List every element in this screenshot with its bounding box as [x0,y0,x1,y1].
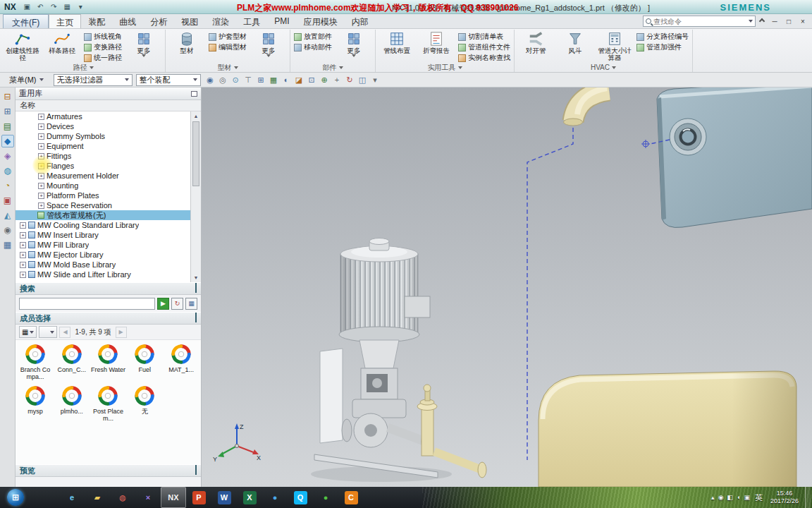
ribbon-group-label-hvac[interactable]: HVAC [517,63,690,72]
member-item[interactable]: Fresh Water [90,343,127,380]
resource-bar-icon[interactable]: ▦ [1,238,14,251]
edit-stock-button[interactable]: 编辑型材 [207,42,248,52]
spline-path-button[interactable]: 样条路径 [43,30,81,55]
qat-icon[interactable]: ▦ [62,1,73,12]
tree-item[interactable]: + MW Insert Library [16,230,190,240]
tree-expander-icon[interactable]: + [38,202,44,209]
tree-column-header[interactable]: 名称 [16,100,201,111]
taskbar-app-icon[interactable]: Q [288,487,313,508]
member-item[interactable]: Conn_C... [54,343,90,380]
member-item[interactable]: MAT_1... [163,343,199,380]
tree-item[interactable]: + Equipment [16,141,190,151]
transform-path-button[interactable]: 变换路径 [82,42,123,52]
tree-item[interactable]: + Armatures [16,111,190,121]
member-item[interactable]: plmho... [54,385,90,422]
branch-path-number-button[interactable]: 分支路径编号 [635,32,690,42]
qat-icon[interactable]: ↶ [35,1,46,12]
ribbon-tab[interactable]: 分析 [143,14,174,28]
taskbar-app-icon[interactable]: P [186,487,211,508]
ribbon-tab[interactable]: 渲染 [205,14,236,28]
taskbar-app-icon[interactable]: ▰ [85,487,110,508]
selection-filter-combo[interactable]: 无选择过滤器 [54,74,133,86]
resource-bar-icon[interactable]: ◭ [1,209,14,222]
tree-item[interactable]: + Space Reservation [16,200,190,210]
tree-expander-icon[interactable]: + [20,262,26,268]
tree-expander-icon[interactable]: + [38,114,44,120]
ribbon-tab[interactable]: 曲线 [112,14,143,28]
ribbon-group-label-path[interactable]: 路径 [4,63,163,72]
minimize-ribbon-icon[interactable] [759,18,765,24]
language-indicator[interactable]: 英 [753,492,764,503]
member-select-section-header[interactable]: 成员选择 [16,312,201,325]
tree-item[interactable]: 管线布置规格(无) [16,210,190,220]
ribbon-tab[interactable]: 主页 [49,14,81,28]
create-linear-path-button[interactable]: 创建线性路径 [4,30,42,63]
qat-icon[interactable]: ↷ [49,1,59,12]
ribbon-tab[interactable]: 内部 [345,14,376,28]
selection-tool-icon[interactable]: ⊕ [319,74,331,86]
part-more-button[interactable]: 更多 [335,30,373,58]
selection-tool-icon[interactable]: ◉ [204,74,216,86]
move-part-button[interactable]: 移动部件 [293,42,333,52]
scroll-up-icon[interactable]: ▲ [191,111,201,121]
resource-bar-icon[interactable]: ⊞ [1,105,14,118]
taskbar-app-icon[interactable]: NX [161,487,186,508]
taskbar-app-icon[interactable]: X [237,487,262,508]
preview-section-header[interactable]: 预览 [16,464,201,477]
graphics-window[interactable]: Z X Y [202,87,812,487]
selection-tool-icon[interactable]: ⊞ [255,74,267,86]
taskbar-clock[interactable]: 15:46 2017/2/26 [768,490,801,505]
undock-panel-icon[interactable] [191,91,197,97]
split-duct-button[interactable]: 对开管 [517,30,555,55]
prev-page-button[interactable]: ◀ [59,327,70,338]
member-item[interactable]: 无 [126,385,163,422]
instance-name-lookup-button[interactable]: 实例名称查找 [457,53,512,63]
next-page-button[interactable]: ▶ [116,327,127,338]
ribbon-tab[interactable]: 装配 [81,14,112,28]
selection-tool-icon[interactable]: + [331,74,343,86]
tree-item[interactable]: + Fittings [16,151,190,161]
ribbon-group-label-utilities[interactable]: 实用工具 [378,63,512,72]
tree-item[interactable]: + Flanges [16,161,190,171]
scroll-down-icon[interactable]: ▼ [191,273,201,282]
qat-icon[interactable]: ▣ [22,1,32,12]
resource-bar-icon[interactable]: ◉ [1,224,14,236]
library-search-input[interactable] [19,298,155,310]
duct-size-calculator-button[interactable]: 管道大小计算器 [596,30,634,63]
menu-button[interactable]: 菜单(M) [3,73,50,87]
tree-expander-icon[interactable]: + [38,143,44,150]
tray-icon[interactable]: ▴ [711,494,715,501]
tree-expander-icon[interactable]: + [38,153,44,159]
member-item[interactable]: Branch Compa... [17,343,54,380]
pipe-component-file-button[interactable]: 管道组件文件 [457,42,512,52]
resource-bar-icon[interactable]: ◈ [1,150,14,162]
taskbar-app-icon[interactable]: ◍ [110,487,135,508]
unify-path-button[interactable]: 统一路径 [82,53,123,63]
search-reset-button[interactable]: ↻ [171,298,183,310]
taskbar-app-icon[interactable]: C [338,487,364,508]
search-section-header[interactable]: 搜索 [16,282,201,295]
member-filter-button[interactable] [39,326,57,338]
tray-icon[interactable]: ▣ [744,494,750,501]
tree-item[interactable]: + MW Ejector Library [16,250,190,260]
selection-tool-icon[interactable]: ⊙ [230,74,242,86]
tree-expander-icon[interactable]: + [20,232,26,238]
path-display-button[interactable]: 拆线视角 [82,32,123,42]
resource-bar-icon[interactable]: ◔ [1,179,14,192]
selection-tool-icon[interactable]: ◪ [293,74,305,86]
taskbar-app-icon[interactable]: W [211,487,237,508]
collapse-icon[interactable] [195,314,197,322]
resource-bar-icon[interactable]: ◍ [1,164,14,177]
sheath-stock-button[interactable]: 护套型材 [207,32,248,42]
tree-expander-icon[interactable]: + [20,242,26,248]
tree-item[interactable]: + Mounting [16,181,190,190]
selection-tool-icon[interactable]: ⊤ [242,74,254,86]
tree-expander-icon[interactable]: + [20,222,26,229]
selection-tool-icon[interactable]: ↻ [344,74,356,86]
show-desktop-button[interactable] [805,487,811,508]
search-settings-button[interactable]: ▦ [185,298,197,310]
resource-bar-icon[interactable]: ▣ [1,194,14,207]
routing-layout-button[interactable]: 管线布置 [378,30,416,55]
expand-icon[interactable] [195,466,197,475]
member-item[interactable]: mysp [17,385,54,422]
